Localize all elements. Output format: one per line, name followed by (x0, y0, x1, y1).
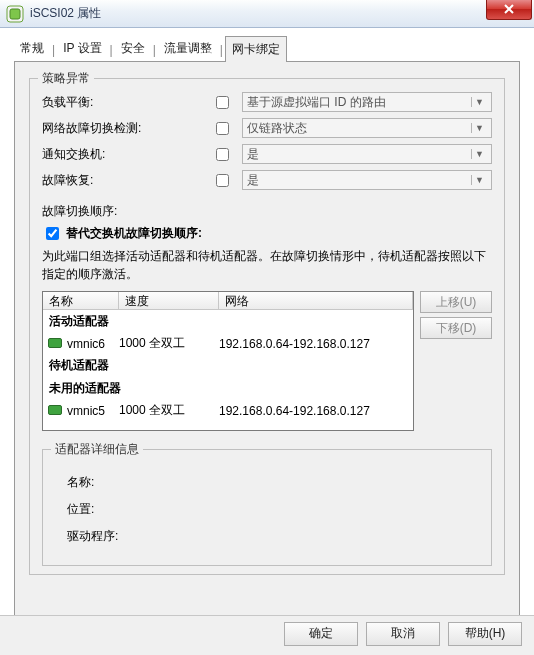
nic-icon (43, 337, 67, 351)
adapter-speed: 1000 全双工 (119, 402, 219, 419)
list-header: 名称 速度 网络 (43, 292, 413, 310)
chevron-down-icon: ▼ (471, 175, 487, 185)
tab-ip-settings[interactable]: IP 设置 (57, 36, 107, 63)
tab-separator: | (50, 43, 57, 57)
detail-location-label: 位置: (67, 501, 477, 518)
title-bar: iSCSI02 属性 (0, 0, 534, 28)
failover-detection-combo[interactable]: 仅链路状态▼ (242, 118, 492, 138)
app-icon (6, 5, 24, 23)
adapter-list[interactable]: 名称 速度 网络 活动适配器 vmnic6 1000 全双工 192.168.0… (42, 291, 414, 431)
override-failover-order-label: 替代交换机故障切换顺序: (66, 225, 202, 242)
adapter-network: 192.168.0.64-192.168.0.127 (219, 404, 413, 418)
content-area: 常规 | IP 设置 | 安全 | 流量调整 | 网卡绑定 策略异常 负载平衡:… (0, 28, 534, 618)
ok-button[interactable]: 确定 (284, 622, 358, 646)
failback-value: 是 (247, 172, 259, 189)
detail-driver-label: 驱动程序: (67, 528, 477, 545)
adapter-list-area: 名称 速度 网络 活动适配器 vmnic6 1000 全双工 192.168.0… (42, 291, 492, 431)
adapter-details-group: 适配器详细信息 名称: 位置: 驱动程序: (42, 449, 492, 566)
header-network[interactable]: 网络 (219, 292, 413, 309)
row-failback: 故障恢复: 是▼ (42, 167, 492, 193)
failback-combo[interactable]: 是▼ (242, 170, 492, 190)
header-speed[interactable]: 速度 (119, 292, 219, 309)
list-item[interactable]: vmnic5 1000 全双工 192.168.0.64-192.168.0.1… (43, 400, 413, 421)
adapter-name: vmnic5 (67, 404, 119, 418)
header-name[interactable]: 名称 (43, 292, 119, 309)
chevron-down-icon: ▼ (471, 123, 487, 133)
move-up-button[interactable]: 上移(U) (420, 291, 492, 313)
adapter-name: vmnic6 (67, 337, 119, 351)
policy-legend: 策略异常 (38, 70, 94, 87)
help-button[interactable]: 帮助(H) (448, 622, 522, 646)
dialog-footer: 确定 取消 帮助(H) (0, 615, 534, 655)
override-failover-order-checkbox[interactable] (46, 227, 59, 240)
label-notify-switches: 通知交换机: (42, 146, 212, 163)
reorder-buttons: 上移(U) 下移(D) (420, 291, 492, 431)
svg-rect-1 (10, 9, 20, 19)
override-failback-checkbox[interactable] (216, 174, 229, 187)
failover-detection-value: 仅链路状态 (247, 120, 307, 137)
group-active-adapters: 活动适配器 (43, 310, 413, 333)
detail-name-label: 名称: (67, 474, 477, 491)
label-failover-detection: 网络故障切换检测: (42, 120, 212, 137)
override-notify-switches-checkbox[interactable] (216, 148, 229, 161)
window-title: iSCSI02 属性 (30, 5, 486, 22)
adapter-speed: 1000 全双工 (119, 335, 219, 352)
notify-switches-combo[interactable]: 是▼ (242, 144, 492, 164)
close-icon (503, 4, 515, 14)
policy-exceptions-group: 策略异常 负载平衡: 基于源虚拟端口 ID 的路由▼ 网络故障切换检测: 仅链路… (29, 78, 505, 575)
load-balancing-value: 基于源虚拟端口 ID 的路由 (247, 94, 386, 111)
adapter-network: 192.168.0.64-192.168.0.127 (219, 337, 413, 351)
cancel-button[interactable]: 取消 (366, 622, 440, 646)
nic-icon (43, 404, 67, 418)
notify-switches-value: 是 (247, 146, 259, 163)
tab-traffic-shaping[interactable]: 流量调整 (158, 36, 218, 63)
tab-panel: 策略异常 负载平衡: 基于源虚拟端口 ID 的路由▼ 网络故障切换检测: 仅链路… (14, 62, 520, 618)
label-load-balancing: 负载平衡: (42, 94, 212, 111)
group-standby-adapters: 待机适配器 (43, 354, 413, 377)
tab-bar: 常规 | IP 设置 | 安全 | 流量调整 | 网卡绑定 (14, 38, 520, 62)
tab-security[interactable]: 安全 (115, 36, 151, 63)
tab-separator: | (108, 43, 115, 57)
load-balancing-combo[interactable]: 基于源虚拟端口 ID 的路由▼ (242, 92, 492, 112)
tab-nic-teaming[interactable]: 网卡绑定 (225, 36, 287, 65)
tab-separator: | (218, 43, 225, 57)
chevron-down-icon: ▼ (471, 149, 487, 159)
row-load-balancing: 负载平衡: 基于源虚拟端口 ID 的路由▼ (42, 89, 492, 115)
group-unused-adapters: 未用的适配器 (43, 377, 413, 400)
row-failover-detection: 网络故障切换检测: 仅链路状态▼ (42, 115, 492, 141)
tab-separator: | (151, 43, 158, 57)
label-failback: 故障恢复: (42, 172, 212, 189)
adapter-details-legend: 适配器详细信息 (51, 441, 143, 458)
failover-description: 为此端口组选择活动适配器和待机适配器。在故障切换情形中，待机适配器按照以下指定的… (42, 247, 492, 283)
tab-general[interactable]: 常规 (14, 36, 50, 63)
chevron-down-icon: ▼ (471, 97, 487, 107)
move-down-button[interactable]: 下移(D) (420, 317, 492, 339)
override-load-balancing-checkbox[interactable] (216, 96, 229, 109)
list-item[interactable]: vmnic6 1000 全双工 192.168.0.64-192.168.0.1… (43, 333, 413, 354)
close-button[interactable] (486, 0, 532, 20)
row-notify-switches: 通知交换机: 是▼ (42, 141, 492, 167)
failover-order-label: 故障切换顺序: (42, 203, 492, 220)
override-failover-detection-checkbox[interactable] (216, 122, 229, 135)
